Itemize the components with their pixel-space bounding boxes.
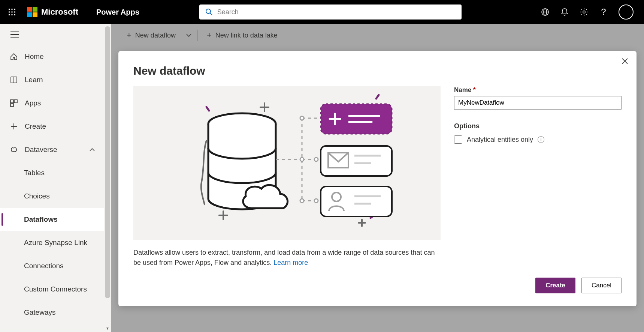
nav-home-label: Home [25,53,44,61]
svg-rect-56 [321,186,392,216]
close-button[interactable] [622,58,628,65]
chevron-down-icon [186,33,191,37]
svg-point-9 [206,9,211,14]
product-name: Power Apps [81,8,139,17]
plus-icon: + [207,31,212,39]
nav-learn[interactable]: Learn [0,68,104,92]
cancel-button[interactable]: Cancel [581,278,622,293]
svg-line-28 [376,95,379,99]
settings-icon[interactable] [580,8,589,17]
chevron-up-icon [90,148,95,152]
nav-apps-label: Apps [25,99,41,107]
svg-rect-20 [10,100,13,103]
options-label: Options [454,122,622,130]
svg-point-14 [583,11,585,13]
svg-point-43 [300,158,304,161]
search-box[interactable] [199,5,462,20]
analytical-checkbox-row[interactable]: Analytical entities only i [454,135,622,144]
analytical-checkbox[interactable] [454,135,462,144]
name-input[interactable] [454,96,622,110]
help-icon[interactable]: ? [599,8,608,17]
svg-line-10 [210,13,212,15]
nav-dataverse-label: Dataverse [25,146,57,154]
dialog-title: New dataflow [133,65,622,77]
dataverse-icon [10,146,18,154]
dialog-description: Dataflows allow users to extract, transf… [133,248,441,268]
nav-custom-connectors[interactable]: Custom Connectors [0,278,104,301]
command-bar: + New dataflow + New link to data lake [111,24,644,47]
nav-connections[interactable]: Connections [0,254,104,278]
sidebar: Home Learn Apps Create Dataverse Tables … [0,24,104,332]
svg-rect-7 [12,14,13,15]
name-label: Name * [454,86,622,94]
nav-dataverse[interactable]: Dataverse [0,138,104,161]
svg-rect-2 [14,9,15,10]
nav-tables[interactable]: Tables [0,161,104,185]
svg-rect-1 [12,9,13,10]
brand-text: Microsoft [41,7,78,17]
apps-icon [10,99,18,107]
dataflow-illustration [133,86,441,240]
hamburger-icon[interactable] [0,24,104,45]
create-button[interactable]: Create [535,278,575,293]
avatar[interactable] [619,5,634,20]
svg-rect-5 [14,12,15,13]
svg-rect-3 [9,12,10,13]
svg-rect-6 [9,14,10,15]
microsoft-logo: Microsoft [24,7,81,17]
svg-point-45 [314,158,318,161]
info-icon[interactable]: i [538,136,544,143]
scrollbar[interactable]: ▼ [104,24,111,332]
new-dataflow-dialog: New dataflow [118,51,637,306]
svg-point-42 [300,116,304,120]
svg-point-44 [300,199,304,203]
nav-home[interactable]: Home [0,45,104,68]
svg-rect-52 [321,146,392,176]
svg-line-27 [206,107,209,111]
nav-learn-label: Learn [25,76,43,84]
svg-point-46 [314,199,318,203]
notifications-icon[interactable] [560,8,569,17]
search-icon [205,8,213,16]
learn-more-link[interactable]: Learn more [273,259,308,266]
plus-icon: + [127,31,131,39]
svg-rect-22 [10,104,13,107]
nav-dataflows[interactable]: Dataflows [0,208,104,231]
analytical-label: Analytical entities only [467,136,533,144]
svg-rect-0 [9,9,10,10]
svg-rect-21 [14,100,17,103]
plus-icon [10,122,18,131]
book-icon [10,76,18,84]
new-dataflow-dropdown[interactable] [182,28,195,43]
new-dataflow-button[interactable]: + New dataflow [120,28,182,43]
nav-apps[interactable]: Apps [0,92,104,115]
environment-icon[interactable] [541,8,550,17]
nav-create-label: Create [25,122,46,131]
nav-choices[interactable]: Choices [0,185,104,208]
svg-rect-4 [12,12,13,13]
home-icon [10,53,18,61]
nav-create[interactable]: Create [0,115,104,138]
nav-gateways[interactable]: Gateways [0,301,104,324]
app-launcher-icon[interactable] [0,9,24,15]
new-link-button[interactable]: + New link to data lake [200,28,284,43]
svg-rect-8 [14,14,15,15]
close-icon [622,58,628,65]
search-input[interactable] [217,8,456,16]
nav-synapse[interactable]: Azure Synapse Link [0,231,104,254]
